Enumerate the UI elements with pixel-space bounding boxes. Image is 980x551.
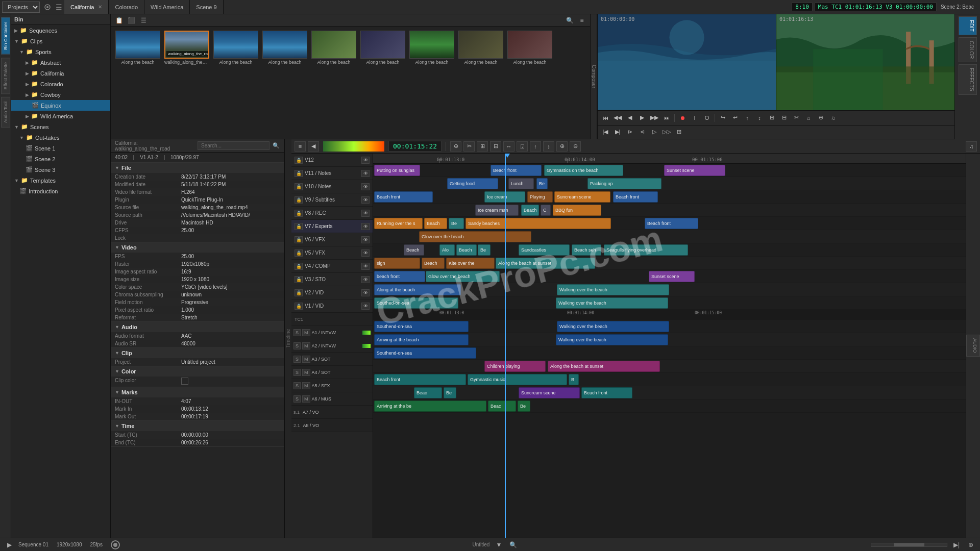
color-section-header[interactable]: ▼ Color	[111, 366, 284, 377]
clip-v8-0[interactable]: Running over the s	[374, 218, 423, 229]
track-v9[interactable]: Ice cream man Beach C BBQ fun	[373, 204, 966, 217]
track-v3-vis[interactable]: 👁	[361, 276, 370, 283]
a4-mute-btn[interactable]: M	[302, 369, 310, 376]
a2-solo-btn[interactable]: S	[293, 342, 301, 349]
track-v2[interactable]: Southed-on-sea Walking over the beach	[373, 296, 966, 310]
clip-a5-0[interactable]: Beach front	[374, 374, 466, 385]
bin-view-text[interactable]: ☰	[138, 15, 149, 26]
edit-panel-btn[interactable]: EDIT	[959, 16, 977, 35]
tab-colorado[interactable]: Colorado	[109, 0, 144, 14]
ctrl-step-back[interactable]: ◀◀	[612, 113, 623, 123]
track-v10-lock[interactable]: 🔒	[295, 183, 303, 190]
bin-item-5[interactable]: Along the beach	[360, 31, 406, 135]
clip-v9-2[interactable]: C	[541, 205, 551, 216]
track-a7[interactable]: Arriving at the be Beac Be	[373, 399, 966, 413]
bin-search-btn[interactable]: 🔍	[565, 15, 575, 26]
clip-v10-1[interactable]: Ice cream	[484, 191, 525, 203]
time-section-header[interactable]: ▼ Time	[111, 421, 284, 431]
tree-templates[interactable]: ▼ 📁 Templates	[11, 175, 110, 186]
track-v2-vis[interactable]: 👁	[361, 289, 370, 296]
tree-scene1[interactable]: 🎬 Scene 1	[11, 143, 110, 154]
ctrl-play[interactable]: ▶	[636, 113, 648, 123]
clip-a7-2[interactable]: Be	[518, 400, 530, 412]
track-v12-lock[interactable]: 🔒	[295, 157, 303, 164]
bottom-search-btn[interactable]: 🔍	[508, 540, 518, 550]
track-v10[interactable]: Beach front Ice cream Playing Suncream s…	[373, 190, 966, 204]
bin-item-4[interactable]: Along the beach	[311, 31, 357, 135]
bin-item-1[interactable]: walking_along_the_road walking_along_the…	[164, 31, 210, 135]
bin-menu-btn[interactable]: ≡	[577, 15, 587, 26]
tree-sequences[interactable]: ▶ 📁 Sequences	[11, 25, 110, 36]
clip-v5-3[interactable]: Along the beach at sunset	[496, 258, 595, 269]
clip-a2-0[interactable]: Arriving at the beach	[374, 334, 469, 345]
clip-v8-2[interactable]: Be	[449, 218, 464, 229]
ctrl-record[interactable]: ⏺	[677, 113, 688, 123]
timeline-tracks[interactable]: 00:01:13:0 00:01:14:00 00:01:15:00 Putti…	[373, 154, 966, 538]
ctrl-zoom[interactable]: ⊞	[673, 127, 684, 137]
track-v11-lock[interactable]: 🔒	[295, 170, 303, 177]
track-v12-vis[interactable]: 👁	[361, 157, 370, 164]
tl-zoom-in-btn[interactable]: ⊕	[556, 141, 568, 152]
ctrl-fast-back[interactable]: ⏮	[600, 113, 611, 123]
track-v6-vis[interactable]: 👁	[361, 236, 370, 243]
track-a2[interactable]: Arriving at the beach Walking over the b…	[373, 333, 966, 346]
clip-v9-1[interactable]: Beach	[521, 205, 539, 216]
inspector-search[interactable]	[198, 141, 270, 150]
color-panel-btn[interactable]: COLOR	[959, 37, 977, 63]
track-v9-vis[interactable]: 👁	[361, 196, 370, 204]
tl-cut-btn[interactable]: ✂	[463, 141, 475, 152]
audio-panel-btn[interactable]: AUDIO	[966, 335, 980, 357]
clip-v2-1[interactable]: Walking over the beach	[556, 297, 668, 309]
ctrl-back-match[interactable]: ⊟	[778, 113, 790, 123]
track-v5-lock[interactable]: 🔒	[295, 249, 303, 257]
clip-section-header[interactable]: ▼ Clip	[111, 348, 284, 358]
bottom-end-btn[interactable]: ▶|	[951, 540, 962, 550]
track-v8[interactable]: Running over the s Beach Be Sandy beache…	[373, 217, 966, 230]
tab-scene9[interactable]: Scene 9	[190, 0, 223, 14]
a1-solo-btn[interactable]: S	[293, 329, 301, 336]
bin-container-tab[interactable]: Bin Container	[1, 17, 10, 55]
track-v10-vis[interactable]: 👁	[361, 183, 370, 190]
timeline-timecode[interactable]: 00:01:15:22	[388, 141, 442, 152]
a6-solo-btn[interactable]: S	[293, 395, 301, 403]
clip-v6-2[interactable]: Beach	[456, 244, 477, 256]
tree-california[interactable]: ▶ 📁 California	[11, 68, 110, 79]
track-v1-lock[interactable]: 🔒	[295, 303, 303, 310]
track-v11-vis[interactable]: 👁	[361, 170, 370, 177]
track-v5-vis[interactable]: 👁	[361, 249, 370, 257]
clip-v6-1[interactable]: Alo	[439, 244, 455, 256]
clip-v6-4[interactable]: Sandcastles	[519, 244, 570, 256]
ctrl-extract[interactable]: ↕	[754, 113, 765, 123]
clip-a4-0[interactable]: Children playing	[484, 361, 546, 372]
track-v5[interactable]: sign Beach Kite over the Along the beach…	[373, 257, 966, 270]
clip-v6-5[interactable]: Beach seh	[572, 244, 601, 256]
clip-v2-0[interactable]: Southed-on-sea	[374, 297, 458, 309]
track-v12[interactable]: Putting on sunglas Beach front Gymnastic…	[373, 164, 966, 177]
bin-item-3[interactable]: Along the beach	[262, 31, 308, 135]
a5-solo-btn[interactable]: S	[293, 382, 301, 389]
bin-item-7[interactable]: Along the beach	[458, 31, 504, 135]
tree-equinox[interactable]: 🎬 Equinox	[11, 100, 110, 111]
track-v2-lock[interactable]: 🔒	[295, 289, 303, 296]
ctrl-fwd[interactable]: ▶▶	[649, 113, 660, 123]
video-section-header[interactable]: ▼ Video	[111, 242, 284, 253]
clip-v11-0[interactable]: Getting food	[447, 178, 498, 189]
a6-mute-btn[interactable]: M	[302, 395, 310, 403]
effects-panel-btn[interactable]: EFFECTS	[959, 64, 977, 95]
ctrl-fast-fwd[interactable]: ⏭	[661, 113, 672, 123]
ctrl-overwrite[interactable]: ↩	[729, 113, 741, 123]
bin-item-8[interactable]: Along the beach	[507, 31, 553, 135]
bin-item-2[interactable]: Along the beach	[213, 31, 259, 135]
clip-a7-1[interactable]: Beac	[488, 400, 516, 412]
tl-zoom-out-btn[interactable]: ⊖	[570, 141, 581, 152]
track-v1-vis[interactable]: 👁	[361, 303, 370, 310]
track-a1[interactable]: Southend-on-sea Walking over the beach	[373, 320, 966, 333]
clip-a1-1[interactable]: Walking over the beach	[557, 321, 669, 332]
track-v8-vis[interactable]: 👁	[361, 210, 370, 217]
bottom-play-btn[interactable]: ▶	[4, 540, 14, 550]
ctrl-audio-sync[interactable]: ♫	[827, 113, 839, 123]
tree-introduction[interactable]: 🎬 Introduction	[11, 186, 110, 196]
menu-btn[interactable]: ☰	[53, 2, 64, 13]
tree-abstract[interactable]: ▶ 📁 Abstract	[11, 57, 110, 68]
ctrl-go-end[interactable]: ▶|	[612, 127, 623, 137]
